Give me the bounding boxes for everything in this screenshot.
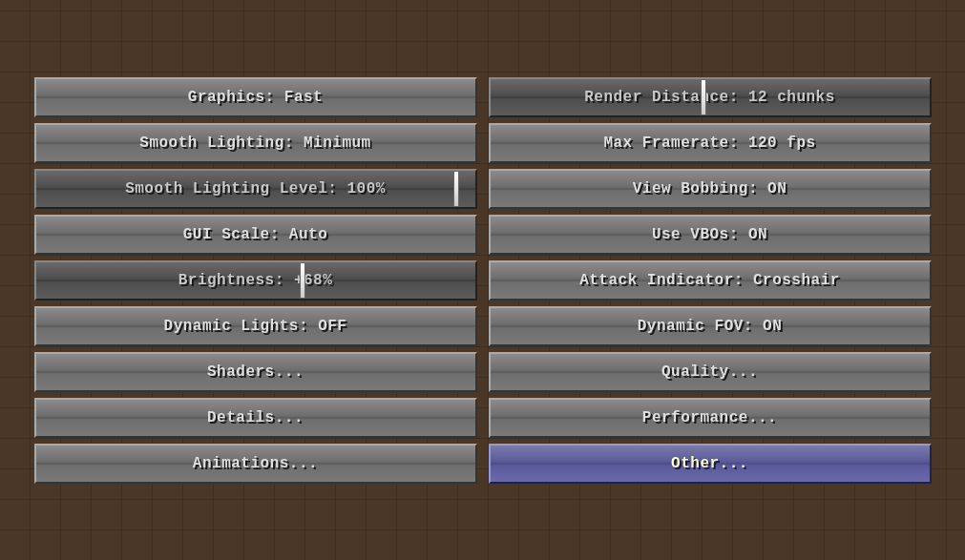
performance-button[interactable]: Performance... [489, 398, 932, 438]
render-distance-slider-handle [701, 79, 706, 115]
graphics-button[interactable]: Graphics: Fast [34, 77, 477, 117]
settings-container: Graphics: FastSmooth Lighting: MinimumSm… [25, 68, 941, 493]
max-framerate-button[interactable]: Max Framerate: 120 fps [489, 123, 932, 163]
smooth-lighting-level-slider-handle [453, 171, 459, 207]
graphics-label: Graphics: Fast [188, 89, 323, 106]
view-bobbing-button[interactable]: View Bobbing: ON [489, 169, 932, 209]
smooth-lighting-level-button[interactable]: Smooth Lighting Level: 100% [34, 169, 477, 209]
shaders-label: Shaders... [207, 363, 304, 381]
dynamic-fov-button[interactable]: Dynamic FOV: ON [489, 306, 932, 346]
dynamic-lights-button[interactable]: Dynamic Lights: OFF [34, 306, 477, 346]
dynamic-lights-label: Dynamic Lights: OFF [164, 318, 347, 335]
animations-button[interactable]: Animations... [34, 444, 477, 484]
attack-indicator-label: Attack Indicator: Crosshair [579, 272, 840, 289]
render-distance-button[interactable]: Render Distance: 12 chunks [489, 77, 932, 117]
brightness-slider-handle [300, 262, 305, 299]
brightness-button[interactable]: Brightness: +68% [34, 260, 477, 301]
left-column: Graphics: FastSmooth Lighting: MinimumSm… [34, 77, 477, 484]
dynamic-fov-label: Dynamic FOV: ON [638, 318, 783, 335]
max-framerate-label: Max Framerate: 120 fps [603, 135, 815, 152]
performance-label: Performance... [642, 409, 777, 426]
details-button[interactable]: Details... [34, 398, 477, 438]
brightness-label: Brightness: +68% [178, 272, 333, 289]
shaders-button[interactable]: Shaders... [34, 352, 477, 392]
other-label: Other... [671, 455, 748, 472]
right-column: Render Distance: 12 chunksMax Framerate:… [489, 77, 932, 484]
gui-scale-button[interactable]: GUI Scale: Auto [34, 215, 477, 255]
quality-button[interactable]: Quality... [489, 352, 932, 392]
smooth-lighting-level-label: Smooth Lighting Level: 100% [125, 180, 386, 197]
gui-scale-label: GUI Scale: Auto [183, 226, 328, 243]
animations-label: Animations... [193, 455, 318, 472]
attack-indicator-button[interactable]: Attack Indicator: Crosshair [489, 260, 932, 301]
smooth-lighting-label: Smooth Lighting: Minimum [139, 135, 370, 152]
view-bobbing-label: View Bobbing: ON [633, 180, 787, 197]
use-vbos-label: Use VBOs: ON [652, 226, 767, 243]
smooth-lighting-button[interactable]: Smooth Lighting: Minimum [34, 123, 477, 163]
render-distance-label: Render Distance: 12 chunks [584, 89, 835, 106]
details-label: Details... [207, 409, 304, 426]
other-button[interactable]: Other... [489, 444, 932, 484]
quality-label: Quality... [661, 363, 758, 381]
use-vbos-button[interactable]: Use VBOs: ON [489, 215, 932, 255]
